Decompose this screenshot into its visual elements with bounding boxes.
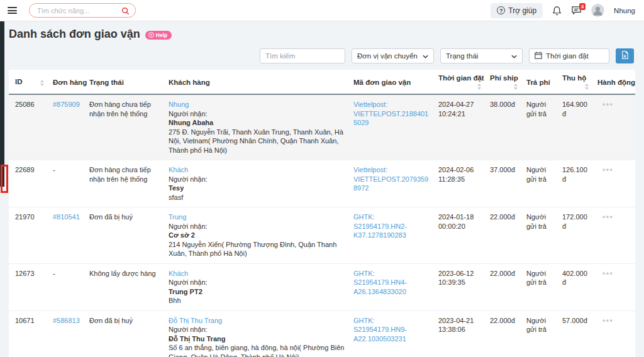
recipient-name: Cơ sở 2 bbox=[169, 231, 345, 240]
user-avatar[interactable] bbox=[591, 4, 604, 17]
carrier-code-link[interactable]: GHTK: S21954179.HN9-A22.1030503231 bbox=[353, 317, 407, 343]
ship-fee: 22.000đ bbox=[484, 207, 520, 264]
table-row[interactable]: 22689 - Đơn hàng chưa tiếp nhận trên hệ … bbox=[9, 160, 635, 207]
recipient-address: Bhh bbox=[169, 296, 345, 305]
customer-link[interactable]: Khách bbox=[169, 166, 188, 173]
chevron-down-icon bbox=[423, 52, 428, 60]
orders-table-card: ID Đơn hàng Trạng thái Khách hàng Mã đơn… bbox=[9, 70, 635, 357]
order-status: Đơn hàng chưa tiếp nhận trên hệ thống bbox=[83, 94, 162, 160]
carrier-code-link[interactable]: GHTK: S21954179.HN2-K37.1278190283 bbox=[353, 213, 407, 239]
row-actions-button[interactable]: ••• bbox=[597, 269, 613, 278]
export-excel-button[interactable] bbox=[616, 48, 634, 63]
table-header-row: ID Đơn hàng Trạng thái Khách hàng Mã đơn… bbox=[9, 70, 635, 94]
order-id: 10671 bbox=[9, 310, 47, 357]
recipient-name: Trung PT2 bbox=[169, 287, 345, 297]
status-filter-select[interactable]: Trạng thái bbox=[440, 48, 523, 63]
status-filter-value: Trạng thái bbox=[446, 52, 478, 60]
navbar-right-cluster: ? Trợ giúp 3 Nhung bbox=[491, 3, 635, 18]
function-search-input[interactable] bbox=[29, 3, 136, 18]
function-search bbox=[29, 3, 136, 18]
pay-by: Người gửi trả bbox=[520, 94, 556, 160]
customer-link[interactable]: Khách bbox=[169, 270, 188, 277]
col-header-ship-fee[interactable]: Phí ship bbox=[484, 70, 520, 94]
carrier-filter-select[interactable]: Đơn vị vận chuyển bbox=[352, 48, 434, 63]
row-actions-button[interactable]: ••• bbox=[597, 316, 613, 325]
order-link[interactable]: #586813 bbox=[53, 317, 80, 324]
table-search-input[interactable] bbox=[260, 48, 345, 63]
customer-link[interactable]: Nhung bbox=[169, 101, 189, 108]
order-date-filter-value: Thời gian đặt bbox=[546, 52, 589, 60]
page-header: Danh sách đơn giao vận ? Help bbox=[0, 21, 644, 43]
page-title: Danh sách đơn giao vận bbox=[9, 28, 140, 41]
row-actions-button[interactable]: ••• bbox=[597, 100, 613, 109]
recipient-label: Người nhận: bbox=[169, 109, 345, 119]
sort-icon[interactable] bbox=[585, 84, 589, 90]
search-icon[interactable] bbox=[121, 6, 130, 18]
question-circle-icon: ? bbox=[497, 6, 505, 14]
col-header-customer: Khách hàng bbox=[162, 70, 347, 94]
carrier-code-link[interactable]: Viettelpost: VIETTELPOST.20793598972 bbox=[353, 166, 428, 192]
pay-by: Người gửi trả bbox=[520, 207, 556, 264]
help-button[interactable]: ? Trợ giúp bbox=[491, 3, 543, 18]
recipient-name: Nhung Abaha bbox=[169, 118, 345, 128]
messages-badge: 3 bbox=[579, 3, 586, 10]
chevron-down-icon bbox=[511, 52, 517, 60]
pay-by: Người gửi trả bbox=[520, 263, 556, 310]
order-id: 12673 bbox=[9, 263, 47, 310]
cod-amount: 57.000đ bbox=[556, 310, 591, 357]
ordered-at: 2023-04-21 13:38:06 bbox=[432, 310, 484, 357]
recipient-label: Người nhận: bbox=[169, 175, 345, 184]
table-row[interactable]: 21970 #810541 Đơn đã bị huỷ Trung Người … bbox=[9, 207, 635, 264]
ship-fee: 22.000đ bbox=[484, 310, 520, 357]
cod-amount: 172.000đ bbox=[556, 207, 591, 264]
order-id: 21970 bbox=[9, 207, 47, 264]
cod-amount: 402.000đ bbox=[556, 263, 591, 310]
sort-icon[interactable] bbox=[477, 84, 481, 90]
table-row[interactable]: 25086 #875909 Đơn hàng chưa tiếp nhận tr… bbox=[9, 94, 635, 160]
recipient-label: Người nhận: bbox=[169, 278, 345, 287]
customer-cell: Trung Người nhận: Cơ sở 2 214 Nguyễn Xiể… bbox=[162, 207, 347, 264]
order-link: - bbox=[47, 263, 83, 310]
order-status: Không lấy được hàng bbox=[83, 263, 162, 310]
ship-fee: 37.000đ bbox=[484, 160, 520, 207]
filter-bar: Đơn vị vận chuyển Trạng thái Thời gian đ… bbox=[0, 43, 644, 70]
order-link: - bbox=[47, 160, 83, 207]
user-name[interactable]: Nhung bbox=[614, 7, 635, 14]
sort-icon[interactable] bbox=[514, 84, 518, 90]
messages-icon[interactable]: 3 bbox=[571, 6, 582, 15]
carrier-filter-value: Đơn vị vận chuyển bbox=[357, 52, 418, 60]
col-header-actions: Hành động bbox=[591, 70, 635, 94]
customer-link[interactable]: Trung bbox=[169, 213, 186, 221]
order-status: Đơn hàng chưa tiếp nhận trên hệ thống bbox=[83, 160, 162, 207]
col-header-ordered-at[interactable]: Thời gian đặt bbox=[432, 70, 484, 94]
order-status: Đơn đã bị huỷ bbox=[83, 207, 162, 264]
help-button-label: Trợ giúp bbox=[508, 6, 536, 15]
carrier-code-link[interactable]: Viettelpost: VIETTELPOST.21884015029 bbox=[353, 101, 428, 126]
ordered-at: 2023-06-12 10:39:35 bbox=[432, 263, 484, 310]
col-header-id[interactable]: ID bbox=[9, 70, 47, 94]
help-badge[interactable]: ? Help bbox=[145, 31, 172, 40]
recipient-label: Người nhận: bbox=[169, 325, 345, 334]
row-actions-button[interactable]: ••• bbox=[597, 212, 613, 221]
sidebar-toggle-button[interactable] bbox=[8, 6, 19, 16]
pay-by: Người gửi trả bbox=[520, 160, 556, 207]
table-row[interactable]: 10671 #586813 Đơn đã bị huỷ Đỗ Thị Thu T… bbox=[9, 310, 635, 357]
col-header-status: Trạng thái bbox=[83, 70, 162, 94]
notifications-bell-icon[interactable] bbox=[552, 6, 562, 16]
customer-link[interactable]: Đỗ Thị Thu Trang bbox=[169, 317, 222, 324]
pay-by: Người gửi trả bbox=[520, 310, 556, 357]
order-date-filter[interactable]: Thời gian đặt bbox=[529, 48, 609, 63]
ordered-at: 2024-01-18 00:00:20 bbox=[432, 207, 484, 264]
row-actions-button[interactable]: ••• bbox=[597, 165, 613, 174]
collapsed-sidebar bbox=[0, 21, 4, 187]
file-excel-icon bbox=[621, 50, 629, 62]
table-row[interactable]: 12673 - Không lấy được hàng Khách Người … bbox=[9, 263, 635, 310]
order-link[interactable]: #810541 bbox=[53, 213, 80, 221]
orders-table: ID Đơn hàng Trạng thái Khách hàng Mã đơn… bbox=[9, 70, 635, 357]
order-link[interactable]: #875909 bbox=[53, 101, 80, 108]
cod-amount: 164.900đ bbox=[556, 94, 591, 160]
sort-icon[interactable] bbox=[40, 80, 44, 86]
calendar-icon bbox=[535, 52, 542, 60]
carrier-code-link[interactable]: GHTK: S21954179.HN4-A26.1364833020 bbox=[353, 270, 407, 295]
col-header-cod[interactable]: Thu hộ bbox=[556, 70, 591, 94]
